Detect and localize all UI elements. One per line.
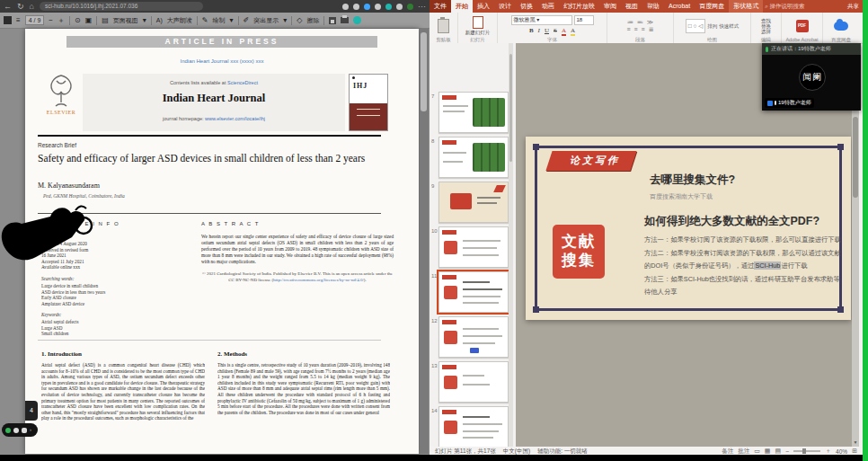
quick-styles-button[interactable]: 快速样式 — [719, 23, 739, 29]
strikethrough-button[interactable]: S — [554, 27, 557, 36]
tab-view[interactable]: 视图 — [621, 0, 642, 13]
align-left-icon[interactable]: ≡ — [626, 26, 630, 32]
current-slide[interactable]: 论文写作 文献 搜集 去哪里搜集文件? 百度搜索湖南大学下载 如何得到绝大多数文… — [526, 137, 851, 320]
reading-view-icon[interactable]: ▤ — [775, 448, 781, 455]
slide-thumbnail[interactable] — [438, 182, 509, 223]
select-button[interactable]: 选择 — [761, 29, 771, 34]
meeting-title-bar[interactable]: 正在讲话：19特教卢老师 — [762, 43, 861, 55]
slide-question-1[interactable]: 去哪里搜集文件? — [650, 173, 735, 188]
chat-icon[interactable] — [22, 428, 27, 433]
arrange-button[interactable]: 排列 — [707, 23, 717, 29]
read-aloud-label[interactable]: 大声朗读 — [167, 16, 192, 25]
underline-button[interactable]: U — [545, 27, 549, 36]
address-bar[interactable]: sci-hub.ru/10.1016/j.ihj.2021.07.036 — [40, 2, 203, 11]
slide-sorter-icon[interactable]: ▦ — [765, 448, 771, 455]
slide-thumbnail[interactable] — [438, 316, 509, 358]
tab-transitions[interactable]: 切换 — [516, 0, 537, 13]
tab-review[interactable]: 审阅 — [599, 0, 621, 13]
zoom-in-icon[interactable]: ＋ — [58, 13, 65, 29]
zoom-out-icon[interactable]: − — [785, 448, 789, 455]
expand-chevron-icon[interactable]: › — [30, 423, 31, 437]
toc-icon[interactable]: ≡ — [16, 13, 21, 29]
page-view-icon[interactable]: ▤ — [102, 13, 109, 29]
thumbnail-scrollbar-thumb[interactable] — [509, 54, 512, 162]
font-size-select[interactable]: 18 — [574, 15, 594, 25]
indent-icon[interactable]: ≫ — [647, 19, 653, 25]
tab-help[interactable]: 帮助 — [642, 0, 664, 13]
tab-acrobat[interactable]: Acrobat — [664, 0, 695, 13]
justify-icon[interactable]: ≣ — [649, 26, 654, 32]
bold-button[interactable]: B — [529, 27, 534, 36]
license-link[interactable]: http://creativecommons.org/licenses/by-n… — [273, 278, 364, 282]
create-pdf-button[interactable]: PDF — [796, 20, 809, 32]
share-button[interactable]: 共享 — [847, 3, 863, 11]
bird-icon[interactable] — [407, 4, 413, 10]
font-name-select[interactable]: 微软雅黑 ▾ — [511, 15, 572, 25]
numbering-icon[interactable]: ≕ — [637, 19, 643, 25]
slide-thumbnail[interactable] — [438, 226, 509, 268]
shapes-gallery[interactable]: □ ○ ◁ — [686, 19, 705, 33]
tab-insert[interactable]: 插入 — [473, 0, 494, 13]
tab-home[interactable]: 开始 — [451, 0, 473, 13]
align-center-icon[interactable]: ≡ — [634, 26, 638, 32]
paste-button[interactable] — [438, 19, 449, 33]
slide-thumbnail[interactable] — [438, 137, 509, 178]
page-indicator[interactable]: 4 / 9 — [25, 15, 45, 25]
tab-design[interactable]: 设计 — [494, 0, 516, 13]
slide-thumbnail[interactable] — [438, 92, 509, 133]
tell-me-search[interactable]: ⌕ 操作说明搜索 — [765, 3, 804, 11]
italic-button[interactable]: I — [538, 27, 540, 36]
slide-method-list[interactable]: 方法一：如果学校订阅了该资源的下载权限，那么可以直接进行下载 方法二：如果学校没… — [644, 234, 842, 299]
star-icon[interactable] — [342, 4, 349, 10]
pdf-scrollbar-thumb[interactable] — [421, 32, 427, 111]
puzzle-icon[interactable] — [353, 4, 359, 10]
tab-slideshow[interactable]: 幻灯片放映 — [559, 0, 599, 13]
highlight-color-button[interactable]: A — [571, 27, 575, 36]
page-number-tab[interactable]: 4 — [25, 401, 38, 421]
draw-label[interactable]: 绘制 — [213, 16, 226, 25]
back-icon[interactable]: ← — [4, 0, 12, 13]
canvas-scrollbar-thumb[interactable] — [853, 117, 858, 198]
slide-thumbnail-current[interactable] — [438, 271, 509, 313]
meeting-overlay[interactable]: 正在讲话：19特教卢老师 闻阑 19特教卢老师 — [762, 43, 861, 111]
scroll-down-icon[interactable]: ▼ — [852, 439, 859, 445]
slide-question-1-subtext[interactable]: 百度搜索湖南大学下载 — [650, 192, 713, 201]
literature-seal[interactable]: 文献 搜集 — [553, 225, 605, 279]
sciencedirect-link[interactable]: ScienceDirect — [227, 80, 258, 85]
camera-icon[interactable] — [5, 428, 11, 433]
slide-thumbnail[interactable] — [438, 361, 509, 403]
profile-icon[interactable] — [375, 4, 381, 10]
notes-icon[interactable] — [396, 4, 403, 10]
normal-view-icon[interactable]: ▭ — [754, 448, 760, 455]
tab-shape-format[interactable]: 形状格式 — [729, 0, 763, 13]
zoom-out-icon[interactable]: − — [49, 13, 53, 29]
slide-question-2[interactable]: 如何得到绝大多数文献的全文PDF? — [644, 214, 819, 229]
save-icon[interactable] — [329, 17, 336, 24]
print-icon[interactable] — [341, 17, 349, 23]
draw-icon[interactable]: ✎ — [202, 13, 208, 29]
homepage-link[interactable]: www.elsevier.com/locate/ihj — [205, 116, 265, 121]
zoom-slider[interactable] — [793, 450, 820, 452]
highlight-label[interactable]: 突出显示 — [253, 16, 279, 25]
home-icon[interactable]: ⌂ — [30, 0, 34, 13]
align-right-icon[interactable]: ≡ — [642, 26, 645, 32]
zoom-level[interactable]: 40% — [836, 448, 847, 455]
new-slide-button[interactable] — [473, 16, 483, 29]
refresh-icon[interactable]: ↻ — [17, 0, 24, 13]
sidebar-toggle-icon[interactable] — [4, 16, 12, 24]
tab-file[interactable]: 文件 — [430, 0, 451, 13]
fit-page-icon[interactable]: ▣ — [85, 13, 93, 29]
immersive-reader-icon[interactable] — [353, 16, 361, 24]
save-to-netdisk-button[interactable] — [834, 22, 848, 31]
read-aloud-icon[interactable]: A) — [156, 17, 163, 23]
slide-thumbnail[interactable] — [438, 406, 509, 448]
bullets-icon[interactable]: ≔ — [627, 19, 633, 25]
translate-icon[interactable] — [364, 4, 370, 10]
cast-icon[interactable] — [385, 4, 392, 10]
journal-reference-link[interactable]: Indian Heart Journal xxx (xxxx) xxx — [25, 58, 419, 64]
fit-width-icon[interactable]: ⊙ — [75, 13, 81, 29]
fit-to-window-icon[interactable]: ⊞ — [852, 448, 857, 455]
erase-icon[interactable]: ◇ — [297, 13, 302, 29]
erase-label[interactable]: 擦除 — [306, 16, 319, 25]
page-view-label[interactable]: 页面视图 — [113, 16, 138, 25]
